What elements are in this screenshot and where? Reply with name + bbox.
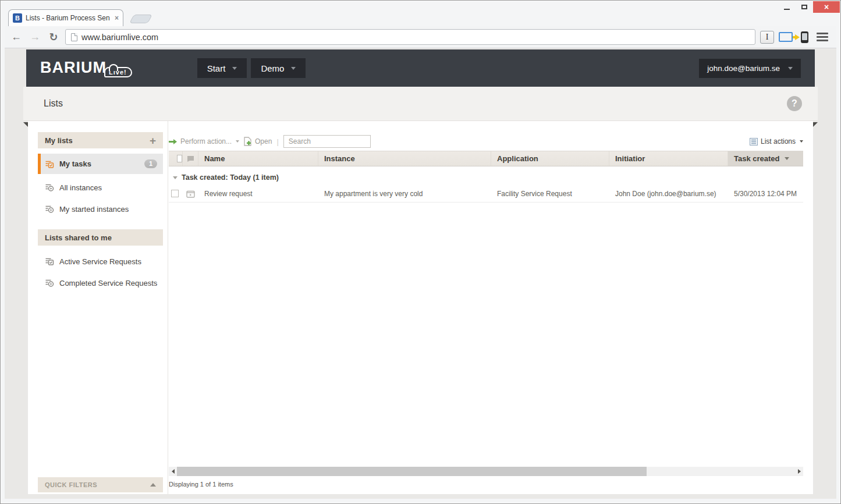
close-button[interactable]: × xyxy=(813,1,840,13)
user-email: john.doe@barium.se xyxy=(707,64,780,73)
page-title: Lists xyxy=(23,98,63,109)
toolbar-divider: | xyxy=(276,137,278,146)
list-empty-space xyxy=(169,203,803,467)
tab-title: Lists - Barium Process Sen xyxy=(26,14,111,22)
cell-initiator[interactable]: John Doe (john.doe@barium.se) xyxy=(609,190,728,198)
chevron-down-icon xyxy=(291,67,296,70)
new-tab-button[interactable] xyxy=(129,15,152,23)
user-menu-button[interactable]: john.doe@barium.se xyxy=(699,59,801,78)
scroll-left-icon xyxy=(172,469,175,474)
list-panel: Perform action... Open | xyxy=(168,121,813,494)
page-title-bar: Lists ? xyxy=(23,87,818,121)
column-header-instance[interactable]: Instance xyxy=(318,151,491,166)
page-viewport: BARIUM Live! Start Demo john.doe@barium.… xyxy=(5,48,836,499)
row-type-cell xyxy=(183,190,198,198)
row-checkbox[interactable] xyxy=(171,190,179,197)
instance-list-icon xyxy=(45,183,54,192)
table-header-row: Name Instance Application Initiatior Tas… xyxy=(169,151,803,166)
displaying-count: Displaying 1 of 1 items xyxy=(169,481,233,488)
minimize-icon xyxy=(784,9,790,10)
sidebar-item-label: All instances xyxy=(59,183,102,192)
column-header-application[interactable]: Application xyxy=(491,151,609,166)
my-lists-header: My lists + xyxy=(38,132,163,148)
group-collapse-icon xyxy=(173,176,178,179)
scroll-left-button[interactable] xyxy=(169,467,177,476)
scroll-right-button[interactable] xyxy=(795,467,803,476)
column-header-name[interactable]: Name xyxy=(198,151,318,166)
sidebar-spacer xyxy=(38,291,168,477)
instance-list-icon xyxy=(45,278,54,288)
window-controls: × xyxy=(778,1,840,13)
quick-filters-toggle[interactable]: QUICK FILTERS xyxy=(38,477,163,492)
forward-icon[interactable]: → xyxy=(28,31,42,43)
sort-desc-icon xyxy=(785,157,789,160)
nav-start-button[interactable]: Start xyxy=(197,58,247,78)
chevron-down-icon xyxy=(788,67,793,70)
browser-tab[interactable]: B Lists - Barium Process Sen × xyxy=(8,9,123,26)
group-header-row[interactable]: Task created: Today (1 item) xyxy=(169,170,803,185)
back-icon[interactable]: ← xyxy=(9,31,23,43)
cell-name[interactable]: Review request xyxy=(198,190,318,198)
sidebar-item-my-started-instances[interactable]: My started instances xyxy=(38,201,163,217)
task-list-icon xyxy=(45,257,54,266)
sidebar-item-my-tasks[interactable]: My tasks 1 xyxy=(38,154,163,174)
flag-column-header[interactable] xyxy=(183,151,198,166)
column-header-task-created[interactable]: Task created xyxy=(728,151,803,166)
search-input[interactable] xyxy=(283,135,371,148)
maximize-button[interactable] xyxy=(796,1,813,13)
tab-strip: B Lists - Barium Process Sen × xyxy=(5,5,836,26)
browser-menu-icon[interactable] xyxy=(817,33,828,41)
open-button[interactable]: Open xyxy=(244,137,272,146)
group-label: Task created: Today (1 item) xyxy=(182,173,279,182)
tab-favicon: B xyxy=(13,13,22,23)
cell-task-created[interactable]: 5/30/2013 12:04 PM xyxy=(728,190,803,198)
content-sheet: My lists + My tasks 1 xyxy=(28,121,813,494)
list-toolbar: Perform action... Open | xyxy=(169,134,803,149)
help-button[interactable]: ? xyxy=(787,96,802,111)
reload-icon[interactable]: ↻ xyxy=(47,31,61,44)
status-bar: Displaying 1 of 1 items xyxy=(169,479,803,489)
table-row[interactable]: Review request My appartment is very ver… xyxy=(169,185,803,203)
open-document-icon xyxy=(244,137,252,146)
extension-phone-icon[interactable] xyxy=(801,31,808,43)
column-header-initiatior[interactable]: Initiatior xyxy=(609,151,728,166)
nav-demo-button[interactable]: Demo xyxy=(251,58,306,78)
tab-close-icon[interactable]: × xyxy=(115,14,119,22)
url-text[interactable]: www.bariumlive.com xyxy=(81,33,158,42)
select-all-cell xyxy=(169,151,183,166)
chevron-down-icon xyxy=(800,140,803,143)
barium-logo: BARIUM Live! xyxy=(40,59,132,77)
address-bar[interactable]: www.bariumlive.com xyxy=(65,29,755,45)
chevron-down-icon xyxy=(236,140,239,143)
logo-text: BARIUM xyxy=(40,59,107,77)
sidebar-item-label: Completed Service Requests xyxy=(59,279,157,288)
maximize-icon xyxy=(801,5,807,9)
task-count-badge: 1 xyxy=(144,159,157,168)
sidebar-item-active-service-requests[interactable]: Active Service Requests xyxy=(38,253,163,269)
extension-frame-icon[interactable] xyxy=(779,32,793,42)
scroll-right-icon xyxy=(798,469,801,474)
sidebar-item-label: Active Service Requests xyxy=(59,257,141,266)
select-all-checkbox[interactable] xyxy=(177,155,182,162)
collapse-icon xyxy=(150,483,156,487)
task-list-icon xyxy=(45,159,54,169)
cell-application[interactable]: Facility Service Request xyxy=(491,190,609,198)
sidebar-item-completed-service-requests[interactable]: Completed Service Requests xyxy=(38,275,163,291)
chevron-down-icon xyxy=(232,67,237,70)
sidebar-item-all-instances[interactable]: All instances xyxy=(38,179,163,196)
browser-toolbar: ← → ↻ www.bariumlive.com I xyxy=(5,26,836,48)
instance-list-icon xyxy=(45,204,54,214)
browser-window: × B Lists - Barium Process Sen × ← → ↻ w… xyxy=(0,0,841,504)
sidebar-item-label: My tasks xyxy=(59,159,91,168)
scrollbar-thumb[interactable] xyxy=(177,467,647,476)
horizontal-scrollbar[interactable] xyxy=(169,467,803,476)
sidebar: My lists + My tasks 1 xyxy=(28,121,168,494)
minimize-button[interactable] xyxy=(778,1,796,13)
app-header: BARIUM Live! Start Demo john.doe@barium.… xyxy=(26,49,815,87)
perform-action-button[interactable]: Perform action... xyxy=(169,137,239,145)
lists-shared-header: Lists shared to me xyxy=(38,229,163,246)
extension-i-icon[interactable]: I xyxy=(760,31,774,44)
add-list-button[interactable]: + xyxy=(150,135,156,146)
cell-instance[interactable]: My appartment is very very cold xyxy=(318,190,491,198)
list-actions-button[interactable]: List actions xyxy=(750,137,803,145)
